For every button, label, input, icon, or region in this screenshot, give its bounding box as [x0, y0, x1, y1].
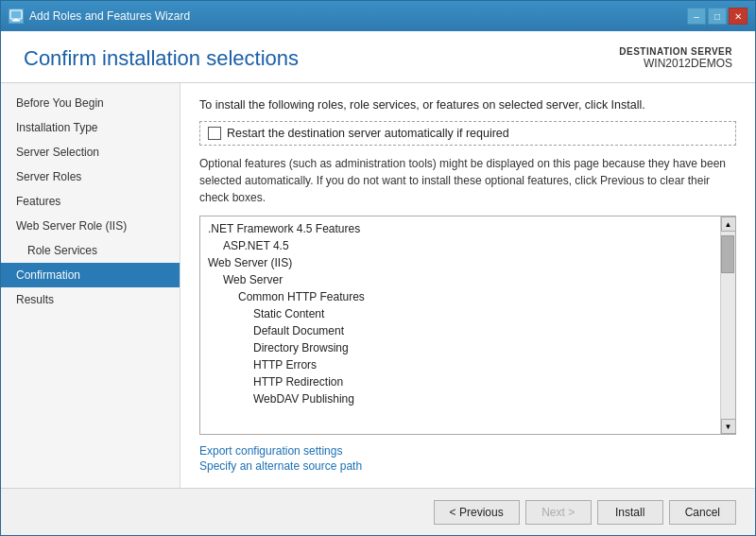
- sidebar-item-before-you-begin[interactable]: Before You Begin: [1, 91, 180, 115]
- app-icon: [9, 9, 24, 24]
- sidebar-item-confirmation[interactable]: Confirmation: [1, 263, 180, 287]
- previous-button[interactable]: < Previous: [434, 500, 520, 525]
- wizard-window: Add Roles and Features Wizard – □ ✕ Conf…: [0, 0, 756, 536]
- footer: < Previous Next > Install Cancel: [1, 488, 755, 535]
- feature-item: Web Server (IIS): [200, 254, 720, 271]
- header-band: Confirm installation selections DESTINAT…: [1, 31, 755, 83]
- feature-item: WebDAV Publishing: [200, 390, 720, 407]
- svg-rect-1: [12, 20, 20, 22]
- install-button[interactable]: Install: [597, 500, 663, 525]
- svg-rect-0: [10, 10, 22, 19]
- link-alt-source[interactable]: Specify an alternate source path: [199, 459, 736, 473]
- feature-item: Default Document: [200, 322, 720, 339]
- links-section: Export configuration settingsSpecify an …: [199, 444, 736, 473]
- page-title: Confirm installation selections: [24, 46, 299, 71]
- feature-item: .NET Framework 4.5 Features: [200, 220, 720, 237]
- title-bar-left: Add Roles and Features Wizard: [9, 9, 190, 24]
- maximize-button[interactable]: □: [708, 8, 727, 25]
- restart-checkbox-row[interactable]: Restart the destination server automatic…: [199, 121, 736, 146]
- title-bar: Add Roles and Features Wizard – □ ✕: [1, 1, 755, 31]
- cancel-button[interactable]: Cancel: [669, 500, 736, 525]
- sidebar: Before You BeginInstallation TypeServer …: [1, 83, 180, 488]
- window-title: Add Roles and Features Wizard: [29, 9, 190, 23]
- main-body: Before You BeginInstallation TypeServer …: [1, 83, 755, 488]
- scroll-track: [721, 232, 735, 419]
- feature-item: Common HTTP Features: [200, 288, 720, 305]
- sidebar-item-role-services[interactable]: Role Services: [1, 238, 180, 263]
- svg-rect-2: [14, 19, 18, 20]
- dest-server-info: DESTINATION SERVER WIN2012DEMOS: [619, 46, 732, 70]
- scroll-down-arrow[interactable]: ▼: [721, 419, 736, 434]
- sidebar-item-web-server-role[interactable]: Web Server Role (IIS): [1, 214, 180, 238]
- dest-server-name: WIN2012DEMOS: [619, 57, 732, 70]
- optional-text: Optional features (such as administratio…: [199, 155, 736, 206]
- scroll-thumb[interactable]: [721, 235, 734, 273]
- sidebar-item-server-selection[interactable]: Server Selection: [1, 140, 180, 164]
- feature-item: Web Server: [200, 271, 720, 288]
- feature-item: Static Content: [200, 305, 720, 322]
- feature-item: HTTP Redirection: [200, 373, 720, 390]
- minimize-button[interactable]: –: [687, 8, 706, 25]
- scroll-up-arrow[interactable]: ▲: [721, 216, 736, 232]
- feature-item: HTTP Errors: [200, 356, 720, 373]
- sidebar-item-results[interactable]: Results: [1, 287, 180, 312]
- scrollbar[interactable]: ▲ ▼: [720, 216, 735, 434]
- feature-item: ASP.NET 4.5: [200, 237, 720, 254]
- next-button[interactable]: Next >: [525, 500, 592, 525]
- sidebar-item-server-roles[interactable]: Server Roles: [1, 164, 180, 189]
- features-list: .NET Framework 4.5 FeaturesASP.NET 4.5We…: [200, 216, 720, 434]
- restart-checkbox[interactable]: [208, 127, 221, 140]
- window-controls: – □ ✕: [687, 8, 747, 25]
- instruction-text: To install the following roles, role ser…: [199, 98, 736, 112]
- dest-server-label: DESTINATION SERVER: [619, 46, 732, 57]
- content-area: Confirm installation selections DESTINAT…: [1, 31, 755, 488]
- main-content: To install the following roles, role ser…: [180, 83, 755, 488]
- sidebar-item-installation-type[interactable]: Installation Type: [1, 115, 180, 140]
- features-list-container: .NET Framework 4.5 FeaturesASP.NET 4.5We…: [199, 216, 736, 435]
- feature-item: Directory Browsing: [200, 339, 720, 356]
- close-button[interactable]: ✕: [729, 8, 747, 25]
- restart-checkbox-label: Restart the destination server automatic…: [227, 127, 509, 140]
- sidebar-item-features[interactable]: Features: [1, 189, 180, 214]
- link-export-config[interactable]: Export configuration settings: [199, 444, 736, 458]
